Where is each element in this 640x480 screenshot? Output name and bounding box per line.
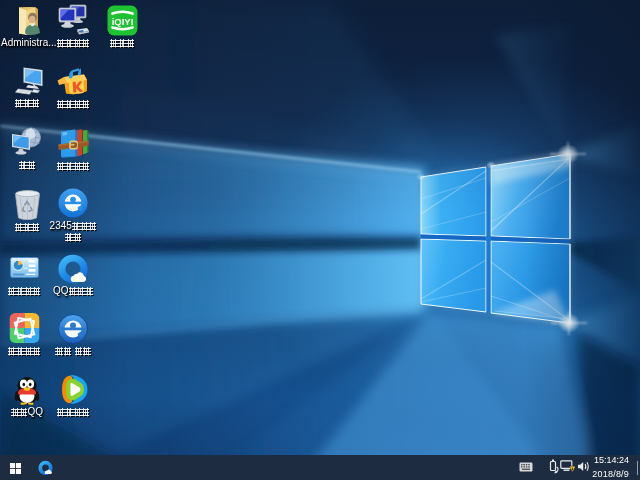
svg-text:iQIYI: iQIYI	[111, 16, 133, 27]
